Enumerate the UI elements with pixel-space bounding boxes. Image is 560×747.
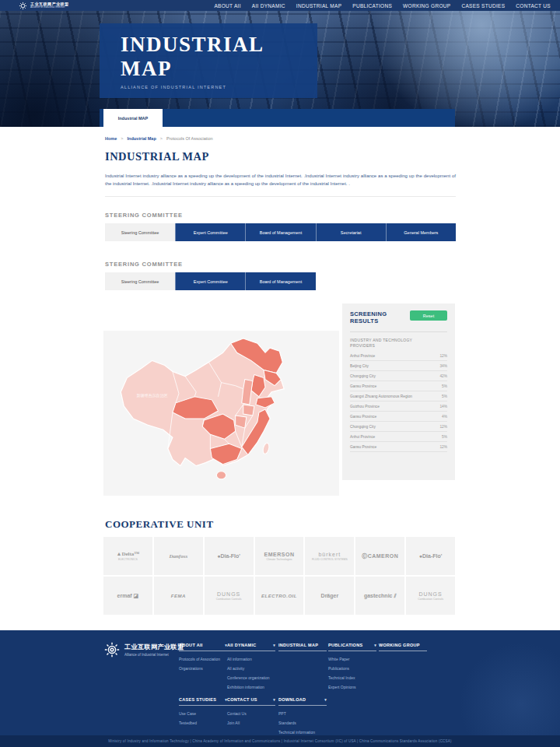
footer-link[interactable]: All information	[227, 657, 275, 661]
footer-link[interactable]: All activity	[227, 666, 275, 671]
screening-row[interactable]: Guizhou Province14%	[350, 402, 447, 412]
tab-expert-committee[interactable]: Expert Committee	[175, 272, 245, 290]
tab-secretariat[interactable]: Secretariat	[316, 223, 386, 241]
breadcrumb-industrial-map[interactable]: Industrial Map	[128, 136, 156, 141]
reset-button[interactable]: Reset	[410, 310, 447, 321]
partner-logo-electro-oil[interactable]: ELECTRO.OIL	[255, 577, 304, 615]
china-choropleth-map[interactable]: 新疆维吾尔自治区	[103, 331, 339, 496]
province-taiwan[interactable]	[262, 443, 270, 454]
tab-steering-committee[interactable]: Steering Committee	[105, 223, 175, 241]
screening-row[interactable]: Guangxi Zhuang Autonomous Region5%	[350, 391, 447, 402]
screening-row[interactable]: Gansu Province12%	[350, 442, 447, 452]
tab-expert-committee[interactable]: Expert Committee	[175, 223, 245, 241]
breadcrumb-separator: >	[121, 136, 123, 141]
partner-logo-text: ELECTRO.OIL	[261, 594, 297, 598]
footer-link[interactable]: Technical information	[278, 730, 327, 735]
footer-column-title[interactable]: DOWNLOAD▾	[278, 697, 327, 706]
screening-row-value: 12%	[439, 354, 447, 358]
screening-row-value: 5%	[442, 395, 447, 398]
footer-column-title[interactable]: CASES STUDIES▾	[179, 697, 227, 706]
footer-link[interactable]: Exhibition information	[227, 685, 275, 689]
footer-column-publications: PUBLICATIONS▾White PaperPublicationsTech…	[328, 643, 376, 689]
screening-row[interactable]: Anhui Province12%	[350, 351, 447, 361]
tab-industrial-map[interactable]: Industrial MAP	[103, 109, 163, 127]
legal-text: Ministry of Industry and Information Tec…	[108, 739, 451, 743]
footer-logo[interactable]: 工业互联网产业联盟 Alliance of Industrial Interne…	[103, 641, 184, 658]
footer-column-title[interactable]: CONTACT US▾	[227, 697, 275, 706]
footer-logo-zh: 工业互联网产业联盟	[124, 643, 184, 651]
footer-link[interactable]: Join AII	[227, 721, 275, 725]
partner-logo-text: FEMA	[171, 594, 186, 598]
chevron-down-icon: ▾	[273, 697, 275, 702]
province-henan[interactable]	[243, 405, 254, 416]
china-map-panel[interactable]: 新疆维吾尔自治区	[103, 331, 339, 496]
breadcrumb-home[interactable]: Home	[105, 136, 117, 141]
nav-item-aii-dynamic[interactable]: AII DYNAMIC	[252, 3, 285, 9]
tab-board-of-management[interactable]: Board of Management	[245, 272, 315, 290]
footer-link[interactable]: Standards	[278, 721, 327, 725]
footer-link[interactable]: Organizations	[179, 666, 227, 671]
nav-item-about-aii[interactable]: ABOUT AII	[214, 3, 240, 9]
partner-logo-dia-flo[interactable]: ●Dia-Flo'	[205, 537, 254, 575]
header-logo[interactable]: 工业互联网产业联盟 Alliance of Industrial Interne…	[19, 2, 69, 10]
section-heading: STEERING COMMITTEE	[105, 261, 456, 268]
footer-column-title-text: CASES STUDIES	[179, 697, 216, 702]
partner-logo-fema[interactable]: FEMA	[154, 577, 203, 615]
partner-logo-text: ⒸCAMERON	[362, 552, 398, 560]
footer-logo-en: Alliance of Industrial Internet	[124, 653, 184, 657]
footer-column-title-text: WORKING GROUP	[379, 643, 420, 647]
footer-link[interactable]: Testedbed	[179, 721, 227, 725]
nav-item-publications[interactable]: PUBLICATIONS	[352, 3, 392, 9]
footer-link[interactable]: Conference organization	[227, 675, 275, 680]
nav-item-working-group[interactable]: WORKING GROUP	[403, 3, 450, 9]
screening-row[interactable]: Gansu Province5%	[350, 381, 447, 391]
footer: 工业互联网产业联盟 Alliance of Industrial Interne…	[0, 630, 560, 735]
partner-logo-dia-flo-2[interactable]: ●Dia-Flo'	[406, 537, 455, 575]
committee-section-1: STEERING COMMITTEESteering CommitteeExpe…	[105, 212, 456, 241]
tab-board-of-management[interactable]: Board of Management	[245, 223, 315, 241]
footer-link[interactable]: Expert Opinions	[328, 685, 376, 689]
footer-link[interactable]: Use Case	[179, 711, 227, 716]
partner-logo-cameron[interactable]: ⒸCAMERON	[355, 537, 404, 575]
partner-logo-subtext: ELECTRONICS	[118, 558, 138, 561]
nav-item-contact-us[interactable]: CONTACT US	[516, 3, 551, 9]
partner-logo-dungs-2[interactable]: DUNGSCombustion Controls	[406, 577, 455, 615]
partner-logo-danfoss[interactable]: Danfoss	[154, 537, 203, 575]
screening-row[interactable]: Anhui Province5%	[350, 432, 447, 442]
screening-row[interactable]: Gansu Province4%	[350, 412, 447, 422]
footer-column-title[interactable]: ABOUT AII▾	[179, 643, 227, 651]
tab-steering-committee[interactable]: Steering Committee	[105, 272, 175, 290]
nav-item-industrial-map[interactable]: INDUSTRIAL MAP	[296, 3, 342, 9]
footer-link[interactable]: Contact Us	[227, 711, 275, 716]
top-navbar: 工业互联网产业联盟 Alliance of Industrial Interne…	[0, 0, 560, 11]
tab-general-members[interactable]: General Members	[386, 223, 456, 241]
footer-column-title[interactable]: INDUSTRIAL MAP	[278, 643, 327, 651]
footer-link[interactable]: Protocols of Association	[179, 657, 227, 661]
footer-link[interactable]: Technical Index	[328, 675, 376, 680]
footer-link[interactable]: Publications	[328, 666, 376, 671]
chevron-down-icon: ▾	[374, 643, 376, 647]
footer-column-title[interactable]: WORKING GROUP	[379, 643, 427, 651]
screening-row-name: Beijing City	[350, 364, 369, 368]
screening-row[interactable]: Beijing City34%	[350, 361, 447, 371]
province-hainan[interactable]	[216, 472, 226, 479]
nav-item-cases-studies[interactable]: CASES STUDIES	[461, 3, 505, 9]
screening-row[interactable]: Chongqing City12%	[350, 422, 447, 432]
partner-logo-drager[interactable]: Dräger	[305, 577, 354, 615]
partner-logo-text: ▲Delta™	[116, 551, 139, 557]
footer-link[interactable]: White Paper	[328, 657, 376, 661]
partner-logo-emerson[interactable]: EMERSONClimate Technologies	[255, 537, 304, 575]
footer-link[interactable]: PPT	[278, 711, 327, 716]
partner-logo-gastechnic[interactable]: gastechnic ⫽	[355, 577, 404, 615]
footer-column-title[interactable]: AII DYNAMIC▾	[227, 643, 275, 651]
legal-bar: Ministry of Industry and Information Tec…	[0, 735, 560, 747]
partner-logo-ermaf[interactable]: ermaf ◪	[103, 577, 152, 615]
screening-row[interactable]: Chongqing City42%	[350, 371, 447, 381]
partner-logo-dungs[interactable]: DUNGSCombustion Controls	[205, 577, 254, 615]
footer-column-title[interactable]: PUBLICATIONS▾	[328, 643, 376, 651]
footer-column-working-group: WORKING GROUP	[379, 643, 427, 657]
header-logo-en: Alliance of Industrial Internet	[30, 6, 69, 9]
partner-logo-burkert[interactable]: bürkertFLUID CONTROL SYSTEMS	[305, 537, 354, 575]
partner-logo-delta[interactable]: ▲Delta™ELECTRONICS	[103, 537, 152, 575]
section-heading: STEERING COMMITTEE	[105, 212, 456, 219]
